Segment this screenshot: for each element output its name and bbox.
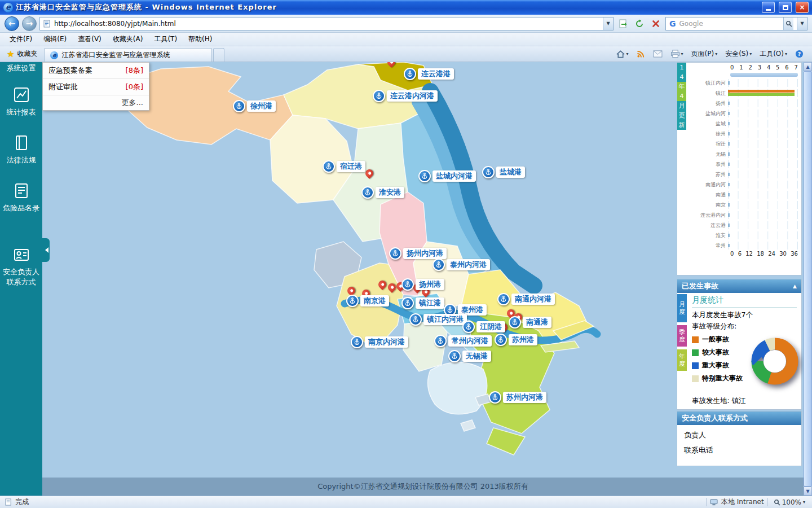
contact-panel-header[interactable]: 安全负责人联系方式 [677,411,801,425]
magnifier-icon [774,499,780,506]
chart-row-label: 宿迁 [686,141,728,148]
menu-item[interactable]: 编辑(E) [38,33,72,45]
search-input[interactable]: G Google ▼ [665,17,807,30]
page-icon [43,20,51,28]
update-label-char: 1 [677,63,686,72]
safety-menu-button[interactable]: 安全(S)▾ [722,48,754,60]
back-button[interactable]: ← [5,16,19,31]
quick-panel-row[interactable]: 附证审批 [0条] [43,79,149,95]
favorites-button[interactable]: ★ 收藏夹 [0,46,44,62]
sidebar-item[interactable]: 危险品名录 [0,174,42,222]
tools-menu-button[interactable]: 工具(O)▾ [757,48,790,60]
menu-item[interactable]: 查看(V) [73,33,107,45]
maximize-button[interactable] [779,2,792,13]
help-icon[interactable]: ? [792,49,806,59]
chart-row: 盐城 [686,119,800,129]
rss-feed-icon[interactable] [634,49,648,59]
port-marker[interactable]: 镇江内河港 [409,313,467,326]
axis-tick: 7 [795,64,798,72]
page-menu-button[interactable]: 页面(P)▾ [689,48,721,60]
port-marker[interactable]: 扬州内河港 [389,247,447,260]
chart-row-bars [728,130,798,138]
collapse-up-icon[interactable]: ▲ [793,283,797,289]
port-marker[interactable]: 宿迁港 [323,160,365,173]
search-dropdown-icon[interactable]: ▼ [797,17,807,30]
svg-text:?: ? [798,51,801,57]
legend-label: 较大事故 [702,348,729,357]
contact-panel-title: 安全负责人联系方式 [682,413,748,423]
port-marker[interactable]: 无锡港 [448,350,491,362]
axis-tick: 6 [738,251,742,258]
refresh-icon[interactable] [633,17,646,30]
tab-main[interactable]: e 江苏省港口安全监管与应急管理系统 [44,48,212,62]
more-link[interactable]: 更多... [43,95,149,110]
intranet-zone-icon [710,499,718,506]
port-marker[interactable]: 南京内河港 [351,336,408,348]
anchor-icon [401,278,414,291]
anchor-icon [434,335,447,347]
sidebar-item[interactable]: 法律法规 [0,126,42,174]
chart-row-label: 徐州 [686,130,728,138]
accident-tab[interactable]: 月度 [677,294,687,322]
page-content: 系统设置 统计报表 法律法规 危险品名录 安全负责人联系方式 [0,62,812,496]
sidebar-item[interactable]: 统计报表 [0,78,42,126]
chart-row-label: 南通内河 [686,181,728,189]
port-marker[interactable]: 南京港 [346,295,389,307]
port-label: 扬州港 [416,279,444,290]
scrollbar-thumb[interactable] [804,71,812,487]
sidebar-item[interactable]: 系统设置 [0,62,42,78]
stop-icon[interactable] [649,17,663,30]
home-button[interactable]: ▾ [613,49,632,60]
port-marker[interactable]: 连云港内河港 [373,90,438,102]
port-marker[interactable]: 苏州内河港 [489,391,546,404]
search-icon[interactable] [783,17,793,30]
address-dropdown-icon[interactable]: ▼ [603,17,613,30]
accident-tab[interactable]: 季度 [677,325,687,347]
chart-row: 扬州 [686,98,800,108]
menu-item[interactable]: 收藏夹(A) [108,33,148,45]
menu-item[interactable]: 文件(F) [5,33,37,45]
accident-period-tabs: 月度季度年度 [677,294,687,371]
forward-button[interactable]: → [22,16,37,31]
scroll-up-icon[interactable]: ▲ [804,62,812,71]
chart-row: 盐城内河 [686,108,800,119]
port-label: 江阴港 [476,321,505,332]
port-label: 南通港 [523,317,551,328]
chart-row: 苏州 [686,169,800,179]
scroll-down-icon[interactable]: ▼ [804,487,812,496]
port-marker[interactable]: 南通内河港 [497,293,555,305]
status-page-icon [5,498,12,506]
compatibility-view-icon[interactable] [616,17,630,30]
port-marker[interactable]: 南通港 [509,316,551,329]
port-marker[interactable]: 镇江港 [401,297,444,309]
port-marker[interactable]: 泰州内河港 [433,259,490,271]
zoom-control[interactable]: 100% ▾ [771,498,807,506]
tab-favicon: e [50,51,58,59]
menu-item[interactable]: 帮助(H) [183,33,217,45]
sidebar-collapse-handle[interactable] [42,238,50,262]
quick-panel-row[interactable]: 应急预案备案 [8条] [43,63,149,79]
port-marker[interactable]: 淮安港 [361,186,404,199]
read-mail-icon[interactable] [650,49,665,59]
minimize-button[interactable] [762,2,775,13]
port-marker[interactable]: 江阴港 [462,321,505,333]
new-tab-stub[interactable] [213,48,224,62]
anchor-icon [401,297,414,309]
port-marker[interactable]: 盐城内河港 [418,170,476,182]
address-input[interactable]: http://localhost:8080/yjpt/Main.html ▼ [39,17,614,30]
port-marker[interactable]: 扬州港 [401,278,444,291]
print-button[interactable]: ▾ [668,49,686,59]
port-marker[interactable]: 徐州港 [233,100,276,112]
vertical-scrollbar[interactable]: ▲ ▼ [804,62,812,496]
chart-scroll-strip[interactable] [730,73,798,77]
port-marker[interactable]: 苏州港 [495,334,537,346]
port-marker[interactable]: 盐城港 [482,166,525,178]
port-marker[interactable]: 连云港港 [404,68,454,80]
accident-tab[interactable]: 年度 [677,349,687,371]
sidebar-item[interactable]: 安全负责人联系方式 [0,238,42,296]
port-marker[interactable]: 常州内河港 [434,335,492,347]
accident-panel-header[interactable]: 已发生事故 ▲ [677,279,801,293]
anchor-icon [448,350,461,362]
close-button[interactable]: × [796,2,809,13]
menu-item[interactable]: 工具(T) [149,33,182,45]
